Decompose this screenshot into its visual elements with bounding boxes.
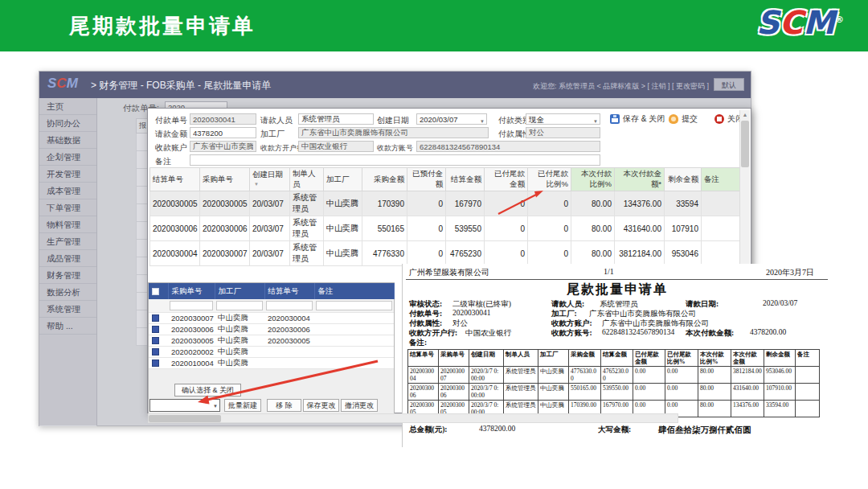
- payee-account-field[interactable]: [190, 141, 256, 152]
- factory-field[interactable]: [298, 127, 489, 138]
- picker-filter-input[interactable]: [216, 301, 263, 310]
- column-header[interactable]: 创建日期: [250, 168, 290, 191]
- picker-row[interactable]: 2020030005中山奕腾2020030005: [149, 335, 394, 346]
- chevron-down-icon[interactable]: ▼: [593, 117, 598, 127]
- picker-filter-input[interactable]: [266, 301, 313, 310]
- column-header[interactable]: 本次付款金额*: [615, 168, 665, 191]
- cell: [314, 312, 394, 323]
- column-header[interactable]: 结算金额: [601, 350, 633, 367]
- cell: 134376.00: [731, 401, 764, 417]
- request-amount-field[interactable]: [190, 127, 256, 138]
- column-header[interactable]: 加工厂: [324, 168, 362, 191]
- column-header[interactable]: 本次付款金额: [731, 350, 764, 367]
- cell: 4765230: [446, 241, 485, 266]
- row-checkbox[interactable]: [149, 335, 168, 346]
- pay-type-select[interactable]: 现金▼: [526, 113, 600, 125]
- document-row[interactable]: 202003000620200300062020/3/7 0:00:00系统管理…: [408, 384, 820, 401]
- column-header[interactable]: 采购单号: [200, 168, 250, 191]
- submit-button[interactable]: 提交: [669, 113, 698, 125]
- cell: 3812184.00: [731, 367, 764, 384]
- settlement-row[interactable]: 2020030004202003000720/03/07系统管理员中山奕腾477…: [150, 241, 741, 266]
- column-header[interactable]: 剩余金额: [665, 168, 702, 191]
- cell: 4776330.00: [569, 367, 601, 384]
- select-all-checkbox[interactable]: [149, 283, 168, 299]
- row-checkbox[interactable]: [149, 346, 168, 357]
- column-header[interactable]: 结算单号: [150, 168, 200, 191]
- column-header[interactable]: 已付尾款比例%: [528, 168, 571, 191]
- thumbs-up-icon: [669, 114, 678, 124]
- picker-filter-input[interactable]: [170, 301, 213, 310]
- scrollbar-thumb[interactable]: [741, 121, 749, 167]
- picker-row[interactable]: 2020020002中山奕腾: [149, 346, 394, 357]
- cell: 2020030006: [168, 323, 215, 335]
- checkbox-icon[interactable]: [152, 348, 159, 355]
- row-checkbox[interactable]: [149, 323, 168, 335]
- column-header[interactable]: 结算单号: [408, 350, 439, 367]
- remark-field[interactable]: [190, 154, 600, 166]
- cell: 中山奕腾: [538, 384, 569, 401]
- cell: [702, 241, 741, 266]
- picker-row[interactable]: 2020030006中山奕腾2020030006: [149, 323, 394, 335]
- column-header[interactable]: 采购金额: [362, 168, 407, 191]
- save-close-button[interactable]: 保存 & 关闭: [610, 113, 665, 125]
- column-header[interactable]: 采购单号: [439, 350, 469, 367]
- document-row[interactable]: 202003000420200300072020/3/7 0:00:00系统管理…: [408, 367, 820, 384]
- column-header[interactable]: 已付尾款金额: [633, 350, 665, 367]
- cell: 0: [407, 191, 446, 216]
- chevron-down-icon[interactable]: ▼: [213, 404, 218, 409]
- bank-account-field[interactable]: [416, 141, 600, 152]
- row-checkbox[interactable]: [149, 357, 168, 368]
- remove-button[interactable]: 移 除: [267, 399, 301, 412]
- checkbox-icon[interactable]: [152, 360, 159, 367]
- column-header[interactable]: 备注: [796, 350, 820, 367]
- column-header[interactable]: 已预付金额: [407, 168, 446, 191]
- column-header[interactable]: 制单人员: [504, 350, 538, 367]
- column-header[interactable]: 备注: [314, 283, 394, 299]
- row-checkbox[interactable]: [149, 312, 168, 323]
- confirm-select-close-button[interactable]: 确认选择 & 关闭: [174, 384, 241, 397]
- column-header[interactable]: 制单人员: [290, 168, 324, 191]
- column-header[interactable]: 加工厂: [538, 350, 569, 367]
- undo-changes-button[interactable]: 撤消更改: [341, 399, 378, 412]
- column-header[interactable]: 加工厂: [215, 283, 264, 299]
- dialog-vscrollbar[interactable]: ▲: [739, 110, 750, 266]
- column-header[interactable]: 已付尾款金额: [485, 168, 528, 191]
- requester-field[interactable]: [298, 113, 374, 125]
- picker-combobox[interactable]: ▼: [149, 399, 220, 412]
- column-header[interactable]: 本次付款比例%: [571, 168, 615, 191]
- scroll-up-icon[interactable]: ▲: [740, 110, 750, 120]
- column-header[interactable]: 剩余金额: [764, 350, 796, 367]
- checkbox-icon[interactable]: [152, 337, 159, 344]
- theme-button[interactable]: 默认: [714, 78, 744, 91]
- bank-field[interactable]: [298, 141, 374, 152]
- column-header[interactable]: 创建日期: [469, 350, 504, 367]
- cell: 431640.00: [731, 384, 764, 401]
- cell: [264, 346, 314, 357]
- column-header[interactable]: 结算单号: [264, 283, 314, 299]
- checkbox-icon[interactable]: [152, 314, 159, 322]
- cell: 0: [485, 191, 528, 216]
- dialog-hscrollbar[interactable]: [148, 413, 678, 423]
- settlement-row[interactable]: 2020030005202003000520/03/07系统管理员中山奕腾170…: [150, 191, 741, 216]
- chevron-down-icon[interactable]: ▼: [480, 117, 485, 127]
- pay-attr-field[interactable]: [526, 127, 600, 138]
- batch-new-button[interactable]: 批量新建: [224, 399, 261, 412]
- scrollbar-thumb[interactable]: [149, 415, 221, 422]
- checkbox-icon[interactable]: [152, 326, 159, 333]
- column-header[interactable]: 采购金额: [569, 350, 601, 367]
- payment-no-field[interactable]: [190, 113, 256, 125]
- column-header[interactable]: 备注: [702, 168, 741, 191]
- welcome-text[interactable]: 欢迎您: 系统管理员 < 品牌标准版 > [ 注销 ] [ 更改密码 ]: [533, 81, 709, 92]
- save-changes-button[interactable]: 保存更改: [303, 399, 339, 412]
- checkbox-icon[interactable]: [152, 288, 159, 295]
- save-icon: [610, 114, 620, 124]
- settlement-row[interactable]: 2020030006202003000620/03/07系统管理员中山奕腾550…: [150, 216, 741, 241]
- create-date-select[interactable]: 2020/03/07▼: [416, 113, 487, 125]
- picker-row[interactable]: 2020010004中山奕腾: [149, 357, 394, 368]
- column-header[interactable]: 结算金额: [446, 168, 485, 191]
- column-header[interactable]: 已付尾款比例%: [665, 350, 698, 367]
- picker-filter-input[interactable]: [316, 301, 392, 310]
- column-header[interactable]: 本次付款比例%: [698, 350, 731, 367]
- picker-row[interactable]: 2020030007中山奕腾2020030004: [149, 312, 394, 323]
- column-header[interactable]: 采购单号: [168, 283, 215, 299]
